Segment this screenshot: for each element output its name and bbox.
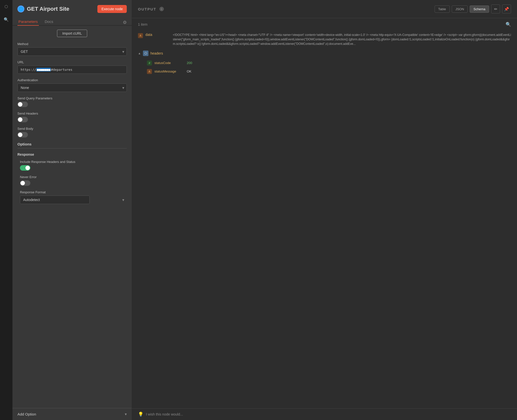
send-body-toggle-container <box>17 132 127 138</box>
response-format-label: Response Format <box>20 190 127 194</box>
status-message-value: OK <box>187 70 192 73</box>
status-code-key: statusCode <box>154 61 184 65</box>
options-title: Options <box>17 142 127 148</box>
url-input[interactable]: https://■■■■■■■#departures <box>17 66 127 74</box>
tab-actions: ⚙ <box>123 20 127 25</box>
auth-field-group: Authentication None ▾ <box>17 78 127 92</box>
headers-chevron-icon: ▲ <box>138 52 141 55</box>
sidebar: ⬡ 🔍 <box>0 0 12 420</box>
send-body-label: Send Body <box>17 127 127 131</box>
import-curl-button[interactable]: Import cURL <box>57 30 87 37</box>
send-query-field-group: Send Query Parameters <box>17 96 127 107</box>
wish-text: I wish this node would... <box>146 412 183 416</box>
status-code-row: # statusCode 200 <box>147 59 511 67</box>
main-container: 🌐 GET Airport Site Execute node Paramete… <box>12 0 517 420</box>
send-query-label: Send Query Parameters <box>17 96 127 100</box>
add-option-bar[interactable]: Add Option ▾ <box>12 408 132 420</box>
send-body-field-group: Send Body <box>17 127 127 138</box>
method-select-wrapper: GET POST PUT DELETE ▾ <box>17 47 127 56</box>
sidebar-icon-grid[interactable]: ⬡ <box>2 2 10 10</box>
url-suffix: #departures <box>51 68 72 71</box>
send-headers-toggle[interactable] <box>17 117 28 122</box>
tab-bar: Parameters Docs ⚙ <box>12 15 132 26</box>
output-search-icon[interactable]: 🔍 <box>506 22 511 27</box>
send-headers-field-group: Send Headers <box>17 112 127 122</box>
left-panel: 🌐 GET Airport Site Execute node Paramete… <box>12 0 132 420</box>
response-format-option: Response Format Autodetect JSON Text ▾ <box>17 190 127 204</box>
item-count: 1 item 🔍 <box>138 22 511 27</box>
include-response-toggle[interactable] <box>20 165 30 171</box>
headers-sub-items: # statusCode 200 A statusMessage OK <box>138 59 511 75</box>
sidebar-icon-search[interactable]: 🔍 <box>2 15 10 23</box>
bulb-icon: 💡 <box>138 412 143 417</box>
method-select[interactable]: GET POST PUT DELETE <box>17 47 127 56</box>
method-label: Method <box>17 42 127 46</box>
status-code-type-badge: # <box>147 61 152 66</box>
send-body-toggle-knob <box>18 133 22 137</box>
send-query-toggle-container <box>17 102 127 107</box>
add-option-chevron-icon: ▾ <box>125 412 127 417</box>
send-headers-label: Send Headers <box>17 112 127 115</box>
auth-select-wrapper: None ▾ <box>17 83 127 92</box>
table-view-button[interactable]: Table <box>435 5 450 13</box>
send-body-toggle[interactable] <box>17 132 28 138</box>
data-type-badge: A <box>138 33 143 38</box>
never-error-label: Never Error <box>20 175 127 179</box>
include-response-toggle-knob <box>25 166 30 170</box>
output-label: OUTPUT <box>138 7 156 11</box>
wish-bar: 💡 I wish this node would... <box>132 408 517 420</box>
tab-parameters[interactable]: Parameters <box>17 18 39 26</box>
data-value: <!DOCTYPE html> <html lang="en-US"><head… <box>173 33 511 46</box>
auth-select[interactable]: None <box>17 83 127 92</box>
send-headers-toggle-knob <box>18 117 22 122</box>
status-code-value: 200 <box>187 61 192 65</box>
execute-node-button[interactable]: Execute node <box>97 5 127 13</box>
response-format-select-arrow-icon: ▾ <box>122 198 124 202</box>
response-title: Response <box>17 152 127 156</box>
data-row: A data <!DOCTYPE html> <html lang="en-US… <box>138 31 511 48</box>
output-header: OUTPUT i Table JSON Schema ✏ 📌 <box>132 0 517 18</box>
options-section: Options Response Include Response Header… <box>17 142 127 204</box>
node-title: GET Airport Site <box>27 6 95 12</box>
never-error-toggle[interactable] <box>20 180 30 186</box>
panel-body: Import cURL Method GET POST PUT DELETE ▾… <box>12 26 132 408</box>
url-label: URL <box>17 60 127 64</box>
edit-button[interactable]: ✏ <box>491 4 500 13</box>
status-message-row: A statusMessage OK <box>147 67 511 75</box>
auth-label: Authentication <box>17 78 127 82</box>
pin-button[interactable]: 📌 <box>502 4 511 13</box>
output-info-icon[interactable]: i <box>159 7 164 11</box>
url-prefix: https:// <box>21 68 36 71</box>
json-view-button[interactable]: JSON <box>452 5 468 13</box>
output-actions: Table JSON Schema ✏ 📌 <box>435 4 511 13</box>
never-error-option: Never Error <box>17 175 127 186</box>
data-key: data <box>145 33 170 37</box>
never-error-toggle-knob <box>20 181 25 185</box>
url-host-highlight: ■■■■■■■ <box>36 68 51 71</box>
panel-header: 🌐 GET Airport Site Execute node <box>12 0 132 13</box>
headers-section-icon: ⬡ <box>143 51 148 56</box>
include-response-option: Include Response Headers and Status <box>17 160 127 171</box>
status-message-type-badge: A <box>147 69 152 74</box>
globe-icon: 🌐 <box>17 5 24 12</box>
status-message-key: statusMessage <box>154 70 184 73</box>
include-response-label: Include Response Headers and Status <box>20 160 127 164</box>
schema-view-button[interactable]: Schema <box>470 5 489 13</box>
gear-icon[interactable]: ⚙ <box>123 20 127 25</box>
url-field-group: URL https://■■■■■■■#departures <box>17 60 127 74</box>
headers-section-name: headers <box>150 51 163 55</box>
tab-docs[interactable]: Docs <box>44 18 54 26</box>
send-query-toggle[interactable] <box>17 102 28 107</box>
add-option-label: Add Option <box>17 412 36 416</box>
send-query-toggle-knob <box>18 102 22 107</box>
response-format-select[interactable]: Autodetect JSON Text <box>20 196 90 204</box>
headers-section-row[interactable]: ▲ ⬡ headers <box>138 48 511 59</box>
right-panel: OUTPUT i Table JSON Schema ✏ 📌 1 item 🔍 … <box>132 0 517 420</box>
send-headers-toggle-container <box>17 117 127 122</box>
method-field-group: Method GET POST PUT DELETE ▾ <box>17 42 127 56</box>
output-body: 1 item 🔍 A data <!DOCTYPE html> <html la… <box>132 18 517 408</box>
response-format-select-wrapper: Autodetect JSON Text ▾ <box>20 196 127 204</box>
